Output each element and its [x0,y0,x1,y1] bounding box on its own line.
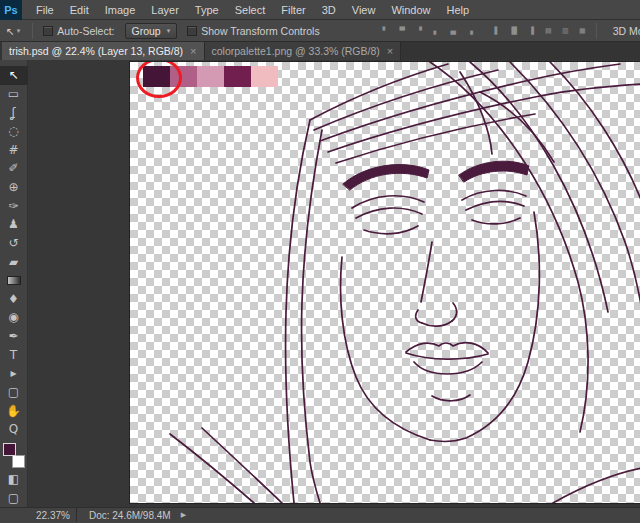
auto-select-checkbox[interactable] [43,26,53,36]
canvas-pasteboard [28,60,640,507]
color-swatches [0,441,28,470]
quick-mask-button[interactable]: ◧ [0,470,28,489]
auto-select-target-dropdown[interactable]: Group ▾ [125,23,178,39]
align-vertical-centers-button[interactable]: ▀ [395,23,410,38]
hand-tool[interactable]: ✋ [0,401,28,420]
crop-tool[interactable]: # [0,141,28,160]
align-horizontal-centers-button[interactable]: ▄ [446,23,461,38]
menu-bar: Ps File Edit Image Layer Type Select Fil… [0,0,640,20]
gradient-tool[interactable] [0,271,28,290]
chevron-down-icon: ▾ [17,27,21,35]
distribute-top-edges-button[interactable]: ▌ [490,23,505,38]
eraser-tool[interactable]: ▰ [0,252,28,271]
menu-file[interactable]: File [28,0,62,20]
auto-select-checkbox-group[interactable]: Auto-Select: [43,25,114,37]
align-distribute-buttons: ▘ ▀ ▝ ▖ ▄ ▗ ▌ █ ▐ ▤ ▥ ▦ [378,23,590,38]
rectangular-marquee-tool[interactable]: ▭ [0,85,28,104]
tools-panel: ↖ ▭ ʆ ◌ # ✐ ⊕ ✑ ♟ ↺ ▰ ♦ ◉ ✒ T ▸ ▢ ✋ Q ◧ … [0,60,28,507]
show-transform-checkbox-group[interactable]: Show Transform Controls [187,25,319,37]
move-tool[interactable]: ↖ [0,66,28,85]
tool-preset-picker[interactable]: ↖ ▾ [0,20,26,41]
menu-view[interactable]: View [344,0,384,20]
move-tool-icon: ↖ [6,25,15,37]
rectangle-shape-tool[interactable]: ▢ [0,383,28,402]
photoshop-logo: Ps [0,0,22,20]
status-bar: 22.37% Doc: 24.6M/98.4M ▶ [0,507,640,522]
type-tool[interactable]: T [0,345,28,364]
line-art-portrait [130,62,640,503]
menu-edit[interactable]: Edit [62,0,97,20]
menu-image[interactable]: Image [97,0,144,20]
distribute-left-edges-button[interactable]: ▤ [541,23,556,38]
photoshop-window: Ps File Edit Image Layer Type Select Fil… [0,0,640,523]
history-brush-tool[interactable]: ↺ [0,234,28,253]
document-tab-bar: trish.psd @ 22.4% (Layer 13, RGB/8) × co… [0,42,640,60]
align-bottom-edges-button[interactable]: ▝ [412,23,427,38]
menu-type[interactable]: Type [187,0,227,20]
distribute-vertical-centers-button[interactable]: █ [507,23,522,38]
tab-title: trish.psd @ 22.4% (Layer 13, RGB/8) [9,45,183,57]
show-transform-checkbox[interactable] [187,26,197,36]
zoom-tool[interactable]: Q [0,420,28,439]
palette-swatch-4[interactable] [224,66,251,87]
chevron-down-icon: ▾ [167,27,171,35]
document-size-info: Doc: 24.6M/98.4M [89,510,171,521]
auto-select-label: Auto-Select: [57,25,114,37]
pen-tool[interactable]: ✒ [0,327,28,346]
document-tab-colorpalette[interactable]: colorpalette1.png @ 33.3% (RGB/8) × [205,42,402,60]
dropdown-value: Group [132,25,161,37]
spot-healing-brush-tool[interactable]: ⊕ [0,178,28,197]
align-top-edges-button[interactable]: ▘ [378,23,393,38]
distribute-right-edges-button[interactable]: ▦ [575,23,590,38]
status-flyout-arrow-icon[interactable]: ▶ [181,511,186,519]
path-selection-tool[interactable]: ▸ [0,364,28,383]
3d-mode-label: 3D Mode: [613,25,640,37]
gradient-icon [7,276,21,285]
menu-layer[interactable]: Layer [143,0,187,20]
menu-filter[interactable]: Filter [273,0,313,20]
separator [32,23,33,39]
close-icon[interactable]: × [387,46,393,57]
foreground-color-swatch[interactable] [3,443,16,456]
show-transform-label: Show Transform Controls [201,25,319,37]
zoom-level-field[interactable]: 22.37% [34,508,77,522]
menu-select[interactable]: Select [227,0,274,20]
distribute-horizontal-centers-button[interactable]: ▥ [558,23,573,38]
separator [596,23,597,39]
blur-tool[interactable]: ♦ [0,290,28,309]
distribute-bottom-edges-button[interactable]: ▐ [524,23,539,38]
align-right-edges-button[interactable]: ▗ [463,23,478,38]
eyedropper-tool[interactable]: ✐ [0,159,28,178]
clone-stamp-tool[interactable]: ♟ [0,215,28,234]
brush-tool[interactable]: ✑ [0,196,28,215]
tab-title: colorpalette1.png @ 33.3% (RGB/8) [212,45,380,57]
options-bar: ↖ ▾ Auto-Select: Group ▾ Show Transform … [0,20,640,42]
menu-3d[interactable]: 3D [314,0,344,20]
menu-window[interactable]: Window [383,0,438,20]
screen-mode-button[interactable]: ▢ [0,489,28,508]
close-icon[interactable]: × [190,46,196,57]
document-canvas[interactable] [130,62,640,503]
dodge-tool[interactable]: ◉ [0,308,28,327]
background-color-swatch[interactable] [12,455,25,468]
document-tab-trish[interactable]: trish.psd @ 22.4% (Layer 13, RGB/8) × [2,42,205,60]
workspace: ↖ ▭ ʆ ◌ # ✐ ⊕ ✑ ♟ ↺ ▰ ♦ ◉ ✒ T ▸ ▢ ✋ Q ◧ … [0,60,640,507]
lasso-tool[interactable]: ʆ [0,103,28,122]
quick-selection-tool[interactable]: ◌ [0,122,28,141]
palette-swatch-3[interactable] [197,66,224,87]
palette-swatch-5[interactable] [251,66,278,87]
menu-help[interactable]: Help [439,0,478,20]
align-left-edges-button[interactable]: ▖ [429,23,444,38]
